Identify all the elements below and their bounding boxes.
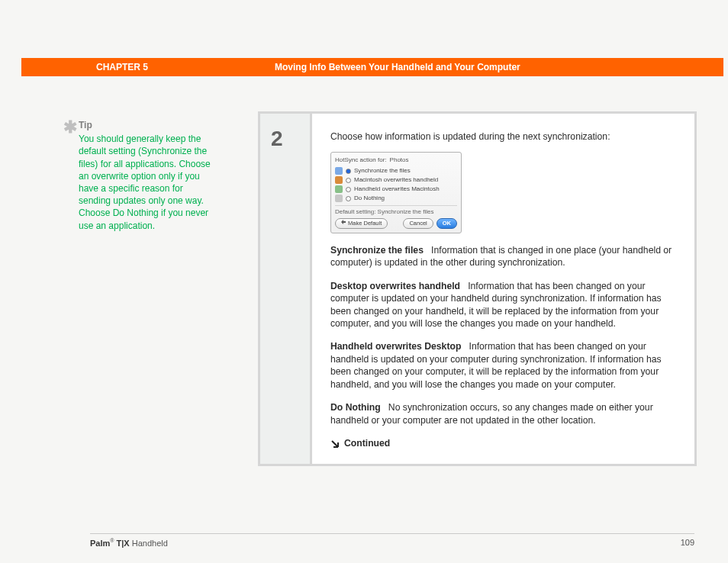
continued-label: Continued — [344, 437, 390, 449]
dialog-option: Macintosh overwrites handheld — [335, 175, 457, 185]
definition: Handheld overwrites Desktop Information … — [330, 340, 676, 391]
option-label: Do Nothing — [354, 195, 385, 202]
step-content: Choose how information is updated during… — [312, 114, 694, 464]
cancel-button: Cancel — [403, 218, 433, 229]
step-intro: Choose how information is updated during… — [330, 130, 676, 143]
dialog-option: Synchronize the files — [335, 166, 457, 175]
dialog-head-value: Photos — [390, 156, 409, 164]
page-number: 109 — [681, 537, 694, 549]
asterisk-icon: ✱ — [63, 116, 77, 139]
product-name: Palm® T|X Handheld — [90, 537, 168, 549]
dialog-header: HotSync action for: Photos — [335, 156, 457, 165]
chapter-title: Moving Info Between Your Handheld and Yo… — [275, 61, 520, 73]
tip-label: Tip — [79, 119, 216, 131]
radio-icon — [346, 196, 351, 201]
continued-line: Continued — [330, 437, 676, 449]
arrow-icon — [340, 219, 346, 225]
sync-icon — [335, 195, 343, 202]
definition: Synchronize the files Information that i… — [330, 244, 676, 269]
page-footer: Palm® T|X Handheld 109 — [90, 533, 694, 549]
term: Desktop overwrites handheld — [330, 281, 460, 291]
definition: Desktop overwrites handheld Information … — [330, 280, 676, 330]
hotsync-dialog: HotSync action for: Photos Synchronize t… — [330, 152, 462, 233]
option-label: Handheld overwrites Macintosh — [354, 185, 440, 193]
chapter-header: CHAPTER 5 Moving Info Between Your Handh… — [21, 58, 723, 76]
sync-icon — [335, 185, 343, 193]
step-number: 2 — [271, 124, 299, 153]
step-box: 2 Choose how information is updated duri… — [258, 111, 697, 466]
dialog-option: Handheld overwrites Macintosh — [335, 185, 457, 194]
tip-sidebar: ✱ Tip You should generally keep the defa… — [79, 119, 216, 232]
option-label: Synchronize the files — [354, 167, 411, 175]
term: Synchronize the files — [330, 245, 424, 256]
term: Handheld overwrites Desktop — [330, 341, 461, 352]
sync-icon — [335, 167, 343, 175]
radio-icon — [346, 178, 351, 183]
dialog-option: Do Nothing — [335, 194, 457, 203]
step-gutter: 2 — [260, 114, 312, 464]
definition: Do Nothing No synchronization occurs, so… — [330, 401, 676, 426]
make-default-button: Make Default — [335, 218, 388, 229]
dialog-head-label: HotSync action for: — [335, 156, 387, 164]
term: Do Nothing — [330, 402, 381, 413]
registered-icon: ® — [110, 538, 114, 543]
dialog-buttons: Make Default Cancel OK — [335, 218, 457, 229]
radio-icon — [346, 187, 351, 192]
diagonal-arrow-icon — [330, 439, 340, 449]
separator — [335, 205, 457, 206]
ok-button: OK — [436, 218, 457, 229]
sync-icon — [335, 176, 343, 184]
radio-icon — [346, 169, 351, 174]
chapter-label: CHAPTER 5 — [96, 61, 148, 73]
option-label: Macintosh overwrites handheld — [354, 176, 438, 184]
tip-body: You should generally keep the default se… — [79, 133, 216, 232]
default-setting-line: Default setting: Synchronize the files — [335, 208, 457, 216]
